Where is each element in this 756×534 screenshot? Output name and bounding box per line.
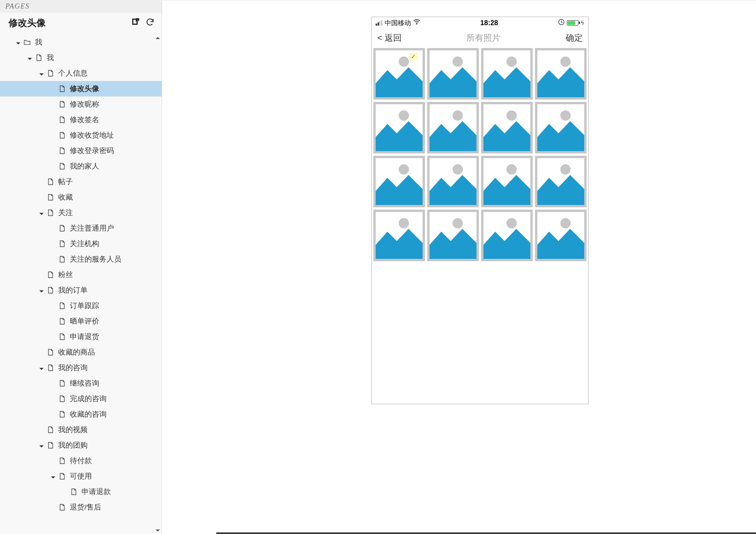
confirm-button[interactable]: 确定 [566, 32, 583, 44]
tree-item[interactable]: 修改昵称 [0, 96, 162, 112]
photo-grid: ✓ [372, 47, 588, 262]
tree-item[interactable]: 修改登录密码 [0, 143, 162, 158]
tree-item[interactable]: 关注 [0, 205, 162, 220]
photo-thumbnail[interactable] [373, 210, 425, 261]
status-time: 18:28 [480, 19, 498, 27]
tree-item-label: 修改签名 [70, 115, 99, 125]
tree-item[interactable]: 收藏 [0, 189, 162, 205]
expand-arrow-icon[interactable] [39, 71, 44, 76]
tree-item[interactable]: 收藏的咨询 [0, 407, 162, 422]
page-icon [58, 240, 66, 248]
pages-tree[interactable]: 我我个人信息修改头像修改昵称修改签名修改收货地址修改登录密码我的家人帖子收藏关注… [0, 34, 162, 534]
photo-thumbnail[interactable] [427, 102, 479, 153]
nav-title: 所有照片 [466, 32, 501, 44]
page-icon [47, 426, 54, 434]
tree-item-label: 我的订单 [58, 285, 88, 295]
tree-item[interactable]: 关注机构 [0, 236, 162, 251]
signal-icon [376, 20, 382, 26]
back-button[interactable]: < 返回 [377, 32, 402, 44]
page-icon [58, 100, 66, 108]
share-icon[interactable] [131, 17, 140, 28]
svg-point-17 [560, 110, 571, 121]
tree-item[interactable]: 我的订单 [0, 283, 162, 298]
svg-point-0 [416, 24, 417, 25]
photo-thumbnail[interactable] [481, 102, 533, 153]
tree-item-label: 关注的服务人员 [70, 254, 121, 264]
photo-thumbnail[interactable] [535, 48, 587, 100]
tree-item[interactable]: 修改收货地址 [0, 127, 162, 143]
tree-item[interactable]: 退货/售后 [0, 500, 162, 515]
tree-item[interactable]: 我的视频 [0, 422, 162, 438]
wifi-icon [413, 19, 420, 27]
page-icon [58, 255, 66, 263]
pages-panel: PAGES 修改头像 我我个人信息修改头像修改昵称修改签名修改收货地址修改登录密… [0, 0, 162, 534]
refresh-icon[interactable] [145, 17, 155, 28]
tree-item[interactable]: 可使用 [0, 469, 162, 484]
tree-item[interactable]: 我的咨询 [0, 360, 162, 376]
svg-point-33 [560, 218, 571, 229]
scroll-up-icon[interactable] [155, 35, 161, 41]
expand-arrow-icon[interactable] [39, 443, 44, 448]
tree-item[interactable]: 我 [0, 50, 162, 65]
expand-arrow-icon[interactable] [50, 474, 56, 479]
tree-item[interactable]: 关注的服务人员 [0, 251, 162, 267]
folder-icon [23, 38, 31, 46]
tree-item-label: 个人信息 [58, 68, 88, 78]
tree-item-label: 修改头像 [70, 84, 99, 94]
tree-item[interactable]: 继续咨询 [0, 376, 162, 391]
photo-thumbnail[interactable] [535, 210, 587, 261]
page-icon [58, 333, 66, 341]
page-icon [58, 457, 66, 465]
page-icon [47, 193, 54, 201]
tree-item[interactable]: 完成的咨询 [0, 391, 162, 407]
tree-item-label: 待付款 [70, 456, 92, 466]
tree-item-label: 收藏 [58, 192, 73, 202]
expand-arrow-icon[interactable] [39, 288, 44, 293]
photo-thumbnail[interactable] [427, 210, 479, 261]
tree-item-label: 我 [35, 37, 42, 47]
photo-thumbnail[interactable] [481, 210, 533, 261]
photo-thumbnail[interactable] [427, 156, 479, 207]
tree-item[interactable]: 申请退货 [0, 329, 162, 345]
tree-item[interactable]: 订单跟踪 [0, 298, 162, 314]
tree-item[interactable]: 修改签名 [0, 112, 162, 127]
tree-item[interactable]: 我的团购 [0, 438, 162, 453]
tree-item[interactable]: 待付款 [0, 453, 162, 469]
page-icon [58, 162, 66, 170]
expand-arrow-icon[interactable] [39, 365, 44, 370]
svg-point-23 [506, 164, 517, 175]
svg-point-15 [506, 110, 517, 121]
photo-thumbnail[interactable] [373, 102, 425, 153]
photo-thumbnail[interactable] [535, 102, 587, 153]
tree-item[interactable]: 申请退款 [0, 484, 162, 500]
photo-thumbnail[interactable] [535, 156, 587, 207]
tree-item[interactable]: 修改头像 [0, 81, 162, 96]
tree-item-label: 帖子 [58, 177, 73, 187]
photo-thumbnail[interactable] [373, 156, 425, 207]
svg-point-5 [452, 57, 463, 67]
charging-icon: ϟ [581, 20, 584, 26]
photo-thumbnail[interactable] [427, 48, 479, 100]
tree-item-label: 我的家人 [70, 161, 99, 171]
tree-item[interactable]: 个人信息 [0, 65, 162, 81]
tree-item[interactable]: 晒单评价 [0, 314, 162, 329]
page-icon [35, 54, 43, 62]
photo-thumbnail[interactable] [481, 48, 533, 100]
page-icon [58, 395, 66, 403]
tree-item[interactable]: 帖子 [0, 174, 162, 189]
expand-arrow-icon[interactable] [27, 55, 33, 60]
expand-arrow-icon[interactable] [16, 40, 21, 45]
tree-item[interactable]: 关注普通用户 [0, 220, 162, 236]
tree-item[interactable]: 收藏的商品 [0, 345, 162, 360]
page-icon [58, 410, 66, 418]
tree-item[interactable]: 我的家人 [0, 158, 162, 174]
panel-header: PAGES [0, 0, 162, 13]
photo-thumbnail[interactable] [481, 156, 533, 207]
photo-thumbnail[interactable]: ✓ [373, 48, 425, 100]
page-icon [58, 472, 66, 480]
tree-item[interactable]: 我 [0, 34, 162, 50]
sync-icon [558, 19, 564, 27]
tree-item[interactable]: 粉丝 [0, 267, 162, 283]
svg-point-11 [399, 110, 409, 121]
expand-arrow-icon[interactable] [39, 210, 44, 215]
